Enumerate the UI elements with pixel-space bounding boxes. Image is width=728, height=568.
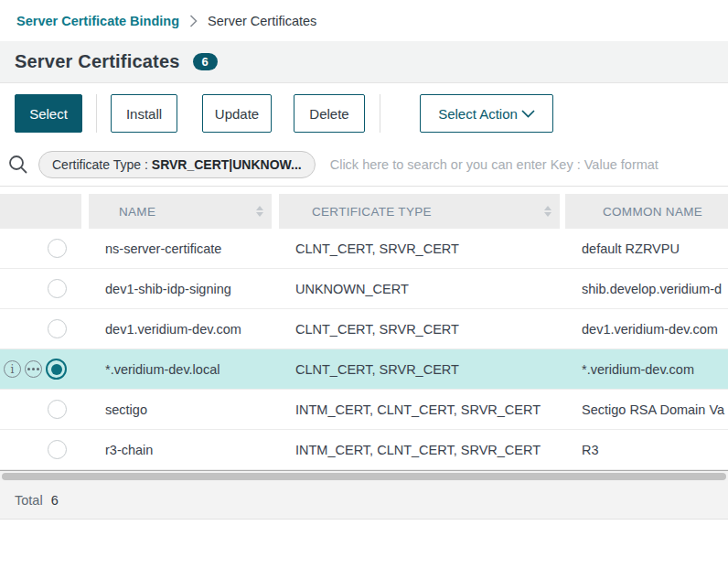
scrollbar-thumb[interactable] <box>2 473 726 480</box>
header-common-name[interactable]: COMMON NAME <box>565 194 728 229</box>
update-button[interactable]: Update <box>202 94 272 133</box>
cell-certificate-type: UNKNOWN_CERT <box>279 282 560 296</box>
select-button[interactable]: Select <box>15 94 82 133</box>
radio[interactable] <box>48 400 67 419</box>
delete-button[interactable]: Delete <box>294 94 365 133</box>
filter-chip-certificate-type[interactable]: Certificate Type : SRVR_CERT|UNKNOW... <box>38 151 316 178</box>
info-icon[interactable]: i <box>4 360 21 378</box>
cell-name: dev1.veridium-dev.com <box>89 322 272 337</box>
table-row[interactable]: sectigo INTM_CERT, CLNT_CERT, SRVR_CERT … <box>0 390 728 430</box>
cell-certificate-type: CLNT_CERT, SRVR_CERT <box>279 362 560 377</box>
select-action-dropdown[interactable]: Select Action <box>420 94 553 133</box>
cell-name: sectigo <box>89 402 272 417</box>
horizontal-scrollbar[interactable] <box>0 470 728 481</box>
search-bar: Certificate Type : SRVR_CERT|UNKNOW... <box>0 144 728 187</box>
filter-chip-value: SRVR_CERT|UNKNOW... <box>152 157 302 172</box>
table-row[interactable]: dev1.veridium-dev.com CLNT_CERT, SRVR_CE… <box>0 309 728 349</box>
table-row[interactable]: dev1-shib-idp-signing UNKNOWN_CERT shib.… <box>0 269 728 309</box>
cell-common-name: shib.develop.veridium-d <box>565 282 728 296</box>
header-certificate-type-label: CERTIFICATE TYPE <box>312 205 432 219</box>
chevron-down-icon <box>521 110 535 118</box>
toolbar-divider <box>96 94 97 133</box>
row-select-cell: i <box>0 359 81 380</box>
radio-selected[interactable] <box>46 359 67 380</box>
search-icon[interactable] <box>7 154 29 176</box>
cell-common-name: dev1.veridium-dev.com <box>565 322 728 337</box>
breadcrumb-current: Server Certificates <box>208 14 316 28</box>
page-header: Server Certificates 6 <box>0 41 728 83</box>
cell-common-name: default RZRVPU <box>565 241 728 256</box>
radio[interactable] <box>48 440 67 459</box>
cell-name: dev1-shib-idp-signing <box>89 282 272 296</box>
count-badge: 6 <box>193 53 218 70</box>
cell-certificate-type: INTM_CERT, CLNT_CERT, SRVR_CERT <box>279 443 560 457</box>
sort-icon[interactable] <box>256 206 263 217</box>
table-header: NAME CERTIFICATE TYPE COMMON NAME <box>0 194 728 229</box>
ellipsis-icon[interactable] <box>25 360 42 378</box>
row-select-cell <box>0 319 81 338</box>
table-row[interactable]: r3-chain INTM_CERT, CLNT_CERT, SRVR_CERT… <box>0 430 728 470</box>
cell-certificate-type: INTM_CERT, CLNT_CERT, SRVR_CERT <box>279 402 560 417</box>
header-name-label: NAME <box>119 205 155 219</box>
breadcrumb: Server Certificate Binding Server Certif… <box>0 0 728 41</box>
filter-chip-key: Certificate Type : <box>52 157 148 172</box>
table-row[interactable]: i *.veridium-dev.local CLNT_CERT, SRVR_C… <box>0 349 728 390</box>
cell-certificate-type: CLNT_CERT, SRVR_CERT <box>279 322 560 337</box>
toolbar-divider <box>380 94 380 133</box>
cell-common-name: R3 <box>565 443 728 457</box>
total-value: 6 <box>51 493 59 508</box>
total-label: Total <box>15 493 43 508</box>
table-footer: Total 6 <box>0 481 728 520</box>
toolbar: Select Install Update Delete Select Acti… <box>0 83 728 144</box>
row-action-icons: i <box>4 359 67 380</box>
sort-icon[interactable] <box>544 206 551 217</box>
row-select-cell <box>0 400 81 419</box>
cell-common-name: Sectigo RSA Domain Va <box>565 402 728 417</box>
install-button[interactable]: Install <box>111 94 177 133</box>
cell-name: r3-chain <box>89 443 272 457</box>
radio[interactable] <box>48 239 67 258</box>
radio[interactable] <box>48 279 67 298</box>
header-name[interactable]: NAME <box>89 194 272 229</box>
cell-name: *.veridium-dev.local <box>89 362 272 377</box>
cell-common-name: *.veridium-dev.com <box>565 362 728 377</box>
page-title: Server Certificates <box>15 51 180 72</box>
header-common-name-label: COMMON NAME <box>603 205 702 219</box>
select-action-label: Select Action <box>438 106 518 122</box>
breadcrumb-parent-link[interactable]: Server Certificate Binding <box>16 14 179 28</box>
row-select-cell <box>0 279 81 298</box>
cell-name: ns-server-certificate <box>89 241 272 256</box>
radio[interactable] <box>48 319 67 338</box>
table-row[interactable]: ns-server-certificate CLNT_CERT, SRVR_CE… <box>0 229 728 269</box>
header-select-column <box>0 194 81 229</box>
search-input[interactable] <box>328 156 719 173</box>
row-select-cell <box>0 239 81 258</box>
header-certificate-type[interactable]: CERTIFICATE TYPE <box>279 194 560 229</box>
chevron-right-icon <box>189 15 198 27</box>
row-select-cell <box>0 440 81 459</box>
cell-certificate-type: CLNT_CERT, SRVR_CERT <box>279 241 560 256</box>
table-body: ns-server-certificate CLNT_CERT, SRVR_CE… <box>0 229 728 470</box>
